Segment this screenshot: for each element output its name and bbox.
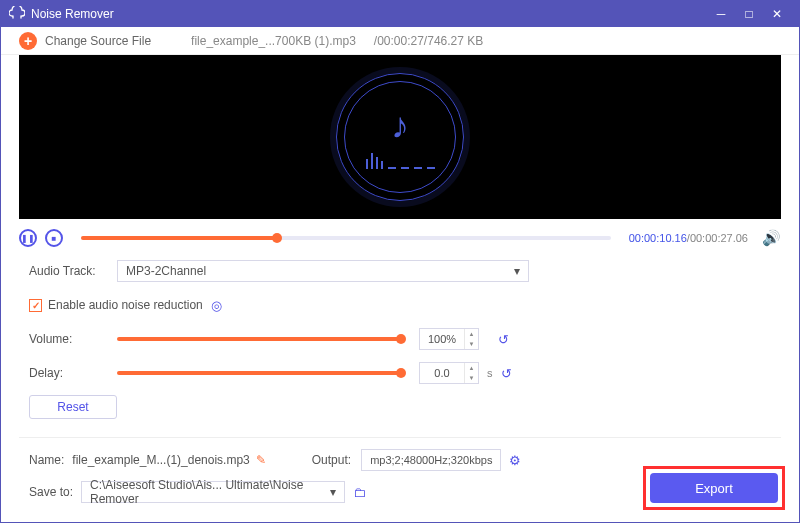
audio-track-label: Audio Track: (29, 264, 117, 278)
saveto-select[interactable]: C:\Aiseesoft Studio\Ais... Ultimate\Nois… (81, 481, 345, 503)
volume-down[interactable]: ▼ (465, 339, 478, 349)
app-title: Noise Remover (31, 7, 114, 21)
volume-thumb[interactable] (396, 334, 406, 344)
titlebar: Noise Remover ─ □ ✕ (1, 1, 799, 27)
output-panel: Name: file_example_M...(1)_denois.mp3 ✎ … (1, 438, 799, 522)
edit-name-icon[interactable]: ✎ (256, 453, 266, 467)
delay-unit: s (487, 367, 493, 379)
volume-reset-icon[interactable]: ↺ (498, 332, 509, 347)
music-note-icon: ♪ (391, 105, 409, 147)
stop-button[interactable]: ■ (45, 229, 63, 247)
settings-panel: Audio Track: MP3-2Channel ▾ ✓ Enable aud… (1, 255, 799, 429)
export-button[interactable]: Export (650, 473, 778, 503)
name-label: Name: (29, 453, 64, 467)
maximize-button[interactable]: □ (735, 1, 763, 27)
saveto-value: C:\Aiseesoft Studio\Ais... Ultimate\Nois… (90, 478, 330, 506)
equalizer-icon (366, 153, 435, 169)
volume-icon[interactable]: 🔊 (762, 229, 781, 247)
chevron-down-icon: ▾ (330, 485, 336, 499)
noise-reduction-label: Enable audio noise reduction (48, 298, 203, 312)
close-button[interactable]: ✕ (763, 1, 791, 27)
audio-visual-icon: ♪ (336, 73, 464, 201)
audio-track-value: MP3-2Channel (126, 264, 206, 278)
volume-label: Volume: (29, 332, 117, 346)
source-file-meta: /00:00:27/746.27 KB (374, 34, 483, 48)
current-time: 00:00:10.16 (629, 232, 687, 244)
pause-button[interactable]: ❚❚ (19, 229, 37, 247)
export-highlight: Export (643, 466, 785, 510)
delay-reset-icon[interactable]: ↺ (501, 366, 512, 381)
delay-slider[interactable] (117, 371, 401, 375)
noise-reduction-checkbox[interactable]: ✓ (29, 299, 42, 312)
noise-settings-icon[interactable]: ◎ (211, 298, 222, 313)
volume-input[interactable]: 100% ▲▼ (419, 328, 479, 350)
reset-button[interactable]: Reset (29, 395, 117, 419)
output-name-value: file_example_M...(1)_denois.mp3 (72, 453, 249, 467)
total-time: 00:00:27.06 (690, 232, 748, 244)
app-logo-icon (9, 6, 25, 22)
source-file-name: file_example_...700KB (1).mp3 (191, 34, 356, 48)
delay-label: Delay: (29, 366, 117, 380)
time-display: 00:00:10.16/00:00:27.06 (629, 232, 748, 244)
volume-value: 100% (420, 333, 464, 345)
output-format-label: Output: (312, 453, 351, 467)
window-controls: ─ □ ✕ (707, 1, 791, 27)
volume-up[interactable]: ▲ (465, 329, 478, 339)
delay-down[interactable]: ▼ (465, 373, 478, 383)
minimize-button[interactable]: ─ (707, 1, 735, 27)
source-bar: + Change Source File file_example_...700… (1, 27, 799, 55)
delay-input[interactable]: 0.0 ▲▼ (419, 362, 479, 384)
output-format-value: mp3;2;48000Hz;320kbps (361, 449, 501, 471)
saveto-label: Save to: (29, 485, 73, 499)
delay-value: 0.0 (420, 367, 464, 379)
change-source-button[interactable]: Change Source File (45, 34, 151, 48)
delay-thumb[interactable] (396, 368, 406, 378)
output-settings-icon[interactable]: ⚙ (509, 453, 521, 468)
volume-slider[interactable] (117, 337, 401, 341)
seek-bar[interactable] (81, 236, 611, 240)
open-folder-icon[interactable]: 🗀 (353, 485, 366, 500)
preview-panel: ♪ (19, 55, 781, 219)
app-window: Noise Remover ─ □ ✕ + Change Source File… (0, 0, 800, 523)
player-controls: ❚❚ ■ 00:00:10.16/00:00:27.06 🔊 (1, 219, 799, 255)
seek-thumb[interactable] (272, 233, 282, 243)
chevron-down-icon: ▾ (514, 264, 520, 278)
audio-track-select[interactable]: MP3-2Channel ▾ (117, 260, 529, 282)
add-source-icon[interactable]: + (19, 32, 37, 50)
delay-up[interactable]: ▲ (465, 363, 478, 373)
